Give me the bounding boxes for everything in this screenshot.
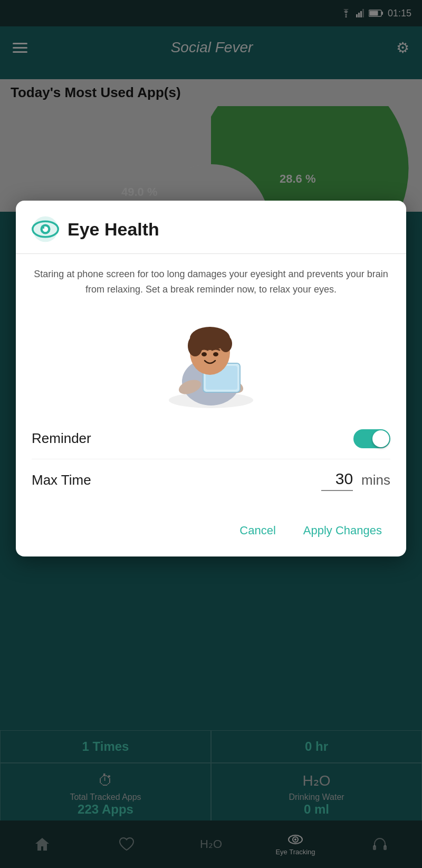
svg-point-15 (43, 227, 44, 229)
modal-description: Staring at phone screen for too long dam… (32, 267, 390, 297)
modal-actions: Cancel Apply Changes (16, 509, 406, 556)
time-input-area: 30 mins (321, 470, 390, 491)
svg-point-25 (219, 335, 232, 352)
svg-point-24 (188, 335, 203, 356)
svg-point-26 (202, 352, 207, 356)
illustration-container (32, 308, 390, 408)
person-illustration (148, 308, 274, 408)
modal-title: Eye Health (68, 219, 159, 240)
modal-header: Eye Health (16, 201, 406, 254)
reminder-row: Reminder (32, 419, 390, 459)
eye-health-icon (32, 215, 59, 243)
apply-changes-button[interactable]: Apply Changes (295, 520, 390, 542)
cancel-button[interactable]: Cancel (231, 520, 284, 542)
modal-overlay[interactable]: Eye Health Staring at phone screen for t… (0, 0, 422, 868)
reminder-toggle[interactable] (353, 429, 390, 448)
toggle-knob (372, 430, 389, 447)
svg-point-27 (213, 352, 218, 356)
time-unit: mins (361, 472, 390, 488)
max-time-label: Max Time (32, 472, 91, 488)
reminder-label: Reminder (32, 430, 91, 447)
time-value[interactable]: 30 (321, 470, 353, 491)
eye-health-modal: Eye Health Staring at phone screen for t… (16, 201, 406, 556)
max-time-row: Max Time 30 mins (32, 459, 390, 496)
eye-icon (32, 215, 59, 243)
modal-body: Staring at phone screen for too long dam… (16, 254, 406, 509)
